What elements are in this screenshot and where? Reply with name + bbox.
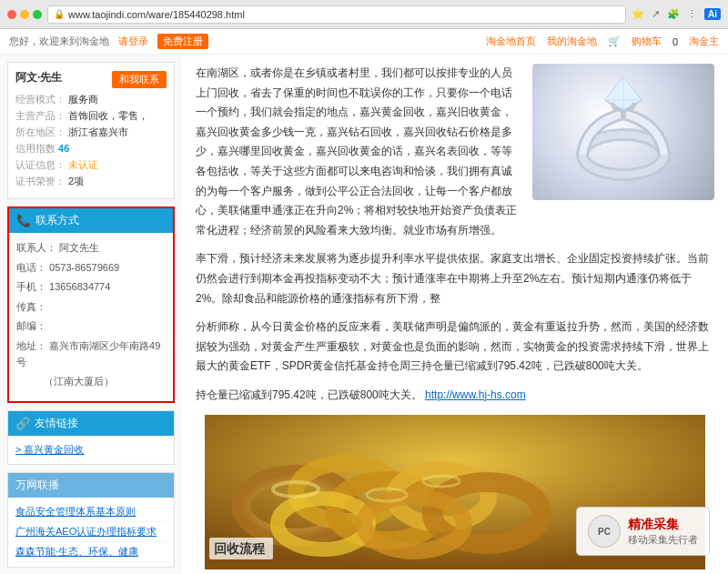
watermark-logo-text: PC: [598, 527, 611, 537]
contact-section: 📞 联系方式 联系人： 阿文先生 电话： 0573-86579669 手机： 1…: [7, 206, 175, 403]
top-nav: 您好，欢迎来到淘金地 请登录 免费注册 淘金地首页 我的淘金地 🛒 购物车 0 …: [0, 29, 728, 55]
business-mode-label: 经营模式：: [15, 94, 66, 105]
greeting-text: 您好，欢迎来到淘金地: [9, 35, 109, 48]
cert-count-value: 2项: [68, 176, 84, 186]
email-row: 邮编：: [16, 318, 166, 335]
window-controls: [7, 10, 42, 19]
address-row2: （江南大厦后）: [16, 374, 166, 390]
browser-chrome: 🔒 www.taojindi.com/ware/185440298.html ⭐…: [0, 0, 728, 29]
website-link[interactable]: http://www.hj-hs.com: [425, 388, 526, 401]
business-mode-value: 服务商: [68, 94, 98, 105]
product-image-area: [532, 64, 714, 200]
cart-count: 0: [672, 36, 678, 47]
taojin-link[interactable]: 淘金主: [689, 35, 719, 48]
nav-right: 淘金地首页 我的淘金地 🛒 购物车 0 淘金主: [486, 35, 719, 48]
location-label: 所在地区：: [15, 126, 66, 137]
ring-image: [532, 64, 714, 200]
phone-label: 电话：: [16, 262, 46, 273]
location-row: 所在地区： 浙江省嘉兴市: [15, 126, 167, 139]
address-value2: （江南大厦后）: [44, 376, 114, 387]
fax-row: 传真：: [16, 299, 166, 316]
credit-value[interactable]: 46: [58, 143, 69, 154]
cert-count-row: 证书荣誉： 2项: [15, 175, 167, 188]
shop-name: 阿文·先生: [15, 70, 62, 86]
browser-toolbar: ⭐ ↗ 🧩 ⋮ Ai: [632, 8, 721, 20]
friend-links-content: > 嘉兴黄金回收: [8, 436, 174, 464]
wanwang-link-2[interactable]: 广州海关AEO认证办理指标要求: [15, 522, 167, 542]
wanwang-header: 万网联播: [8, 473, 174, 498]
main-product-row: 主营产品： 首饰回收，零售，: [15, 109, 167, 123]
share-icon: ↗: [652, 8, 660, 20]
credit-label: 信用指数: [15, 143, 56, 154]
watermark-logo: PC: [588, 515, 621, 548]
watermark: PC 精准采集 移动采集先行者: [576, 507, 710, 556]
shop-info: 阿文·先生 和我联系 经营模式： 服务商 主营产品： 首饰回收，零售， 所在地区…: [7, 62, 175, 199]
watermark-sub: 移动采集先行者: [628, 533, 698, 547]
address-bar[interactable]: 🔒 www.taojindi.com/ware/185440298.html: [47, 5, 626, 24]
article-paragraph2: 率下滑，预计经济未来发展将为逐步提升利率水平提供依据。家庭支出增长、企业固定投资…: [196, 249, 714, 308]
minimize-dot: [20, 10, 29, 19]
contact-person-value: 阿文先生: [59, 242, 99, 253]
url-text: www.taojindi.com/ware/185440298.html: [68, 9, 245, 20]
close-dot: [7, 10, 16, 19]
extensions-icon: 🧩: [667, 8, 680, 20]
svg-text:回收流程: 回收流程: [214, 541, 266, 556]
cart-link[interactable]: 购物车: [632, 35, 662, 48]
ai-badge[interactable]: Ai: [704, 8, 721, 20]
cert-value: 未认证: [68, 159, 98, 170]
friend-links-title: 友情链接: [35, 416, 78, 431]
cert-count-label: 证书荣誉：: [15, 176, 66, 186]
contact-person-label: 联系人：: [16, 242, 56, 253]
security-icon: 🔒: [54, 9, 65, 19]
friend-link-1[interactable]: > 嘉兴黄金回收: [15, 440, 167, 459]
content-area: 在南湖区，或者你是在乡镇或者村里，我们都可以按排专业的人员上门回收，省去了保重的…: [182, 55, 728, 574]
contact-section-header: 📞 联系方式: [9, 208, 173, 233]
article-paragraph3: 分析师称，从今日黄金价格的反应来看，美联储声明是偏鸽派的，黄金有重返拉升势，然而…: [196, 317, 714, 377]
menu-icon: ⋮: [687, 8, 697, 20]
business-mode-row: 经营模式： 服务商: [15, 93, 167, 106]
cert-row: 认证信息： 未认证: [15, 158, 167, 172]
login-link[interactable]: 请登录: [118, 35, 148, 48]
friend-links-header: 🔗 友情链接: [8, 411, 174, 436]
email-label: 邮编：: [16, 320, 46, 331]
link-icon: 🔗: [15, 417, 30, 430]
contact-button[interactable]: 和我联系: [112, 71, 167, 88]
sidebar: 阿文·先生 和我联系 经营模式： 服务商 主营产品： 首饰回收，零售， 所在地区…: [0, 55, 182, 574]
main-product-value: 首饰回收，零售，: [68, 110, 148, 121]
mobile-value: 13656834774: [49, 281, 110, 292]
register-link[interactable]: 免费注册: [157, 34, 208, 49]
main-container: 阿文·先生 和我联系 经营模式： 服务商 主营产品： 首饰回收，零售， 所在地区…: [0, 55, 728, 574]
website-label: 持仓量已缩减到795.42吨，已跌破800吨大关。: [196, 388, 422, 401]
wanwang-section: 万网联播 食品安全管理体系基本原则 广州海关AEO认证办理指标要求 森森节能·生…: [7, 472, 175, 568]
cart-icon: 🛒: [608, 35, 621, 47]
bookmark-icon: ⭐: [632, 8, 644, 20]
wanwang-title: 万网联播: [15, 478, 59, 491]
contact-content: 联系人： 阿文先生 电话： 0573-86579669 手机： 13656834…: [9, 233, 173, 401]
address-label: 地址：: [16, 340, 46, 351]
watermark-brand: 精准采集: [628, 517, 698, 533]
article-website[interactable]: 持仓量已缩减到795.42吨，已跌破800吨大关。 http://www.hj-…: [196, 386, 714, 406]
cert-label: 认证信息：: [15, 159, 66, 170]
credit-row: 信用指数 46: [15, 142, 167, 156]
mobile-row: 手机： 13656834774: [16, 279, 166, 296]
phone-value: 0573-86579669: [49, 262, 119, 273]
location-value: 浙江省嘉兴市: [68, 126, 128, 137]
phone-icon: 📞: [16, 214, 31, 227]
watermark-text-area: 精准采集 移动采集先行者: [628, 517, 698, 547]
contact-person-row: 联系人： 阿文先生: [16, 240, 166, 257]
my-taojindi-link[interactable]: 我的淘金地: [547, 35, 597, 48]
mobile-label: 手机：: [16, 281, 46, 292]
ring-svg: [555, 68, 692, 196]
svg-rect-7: [621, 110, 626, 119]
taojindi-home-link[interactable]: 淘金地首页: [486, 35, 536, 48]
friend-links-section: 🔗 友情链接 > 嘉兴黄金回收: [7, 410, 175, 465]
fax-label: 传真：: [16, 301, 46, 312]
address-row: 地址： 嘉兴市南湖区少年南路49号: [16, 338, 166, 370]
wanwang-link-3[interactable]: 森森节能·生态、环保、健康: [15, 542, 167, 562]
wanwang-link-1[interactable]: 食品安全管理体系基本原则: [15, 502, 167, 522]
wanwang-content: 食品安全管理体系基本原则 广州海关AEO认证办理指标要求 森森节能·生态、环保、…: [8, 498, 174, 567]
contact-section-title: 联系方式: [35, 213, 79, 228]
maximize-dot: [33, 10, 42, 19]
main-product-label: 主营产品：: [15, 110, 66, 121]
phone-row: 电话： 0573-86579669: [16, 260, 166, 277]
